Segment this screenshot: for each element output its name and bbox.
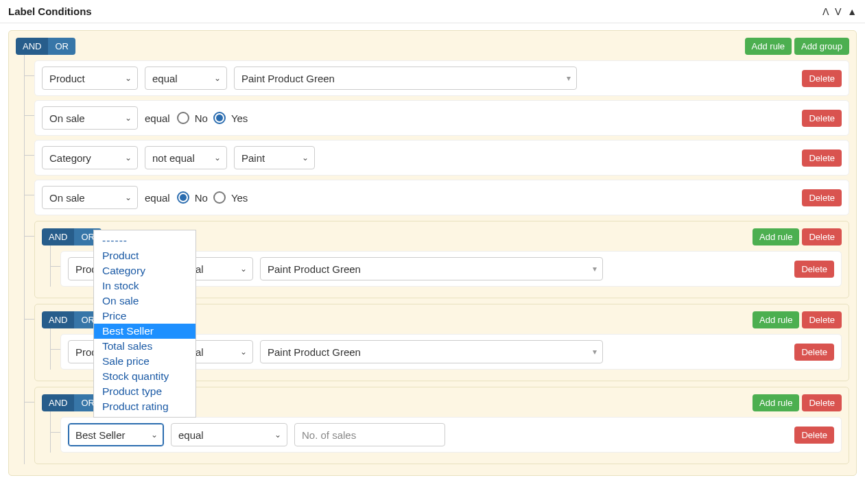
radio-yes-label: Yes (231, 192, 248, 204)
delete-button[interactable]: Delete (802, 70, 842, 87)
radio-no[interactable] (177, 112, 189, 124)
rule-row: On sale ⌄ equal No Yes Delete (34, 100, 849, 136)
dropdown-option[interactable]: On sale (94, 293, 195, 309)
dropdown-option[interactable]: Product (94, 248, 195, 263)
dropdown-option[interactable]: Product rating (94, 399, 195, 414)
delete-button[interactable]: Delete (802, 110, 842, 127)
add-rule-button[interactable]: Add rule (753, 311, 799, 328)
chevron-down-icon: ⌄ (302, 153, 309, 163)
operator-select[interactable]: equal ⌄ (145, 67, 227, 90)
value-input[interactable] (294, 423, 445, 446)
value-select[interactable]: Paint ⌄ (234, 146, 315, 169)
dropdown-option[interactable]: Sale price (94, 354, 195, 369)
radio-no[interactable] (177, 191, 189, 204)
panel-title: Label Conditions (8, 5, 92, 17)
panel-controls: ᐱ ᐯ ▲ (822, 6, 857, 17)
radio-yes[interactable] (213, 191, 226, 204)
chevron-down-icon: ⌄ (240, 264, 247, 274)
value-select[interactable]: Paint Product Green ▾ (260, 340, 603, 363)
delete-group-button[interactable]: Delete (802, 394, 842, 411)
add-group-button[interactable]: Add group (794, 38, 849, 55)
condition-toggle[interactable]: AND OR (42, 228, 102, 245)
operator-text: equal (145, 192, 170, 204)
delete-group-button[interactable]: Delete (802, 311, 842, 328)
delete-button[interactable]: Delete (794, 261, 834, 278)
toggle-icon[interactable]: ▲ (847, 6, 857, 17)
delete-button[interactable]: Delete (802, 149, 842, 167)
chevron-down-icon: ⌄ (214, 73, 221, 83)
chevron-down-icon: ⌄ (125, 193, 132, 202)
chevron-down-icon: ⌄ (274, 430, 281, 440)
chevron-down-icon: ⌄ (125, 113, 132, 123)
dropdown-option[interactable]: Category (94, 263, 195, 278)
dropdown-option[interactable]: Price (94, 309, 195, 324)
radio-yes-label: Yes (231, 112, 248, 124)
or-button[interactable]: OR (48, 38, 75, 55)
chevron-down-icon: ⌄ (240, 347, 247, 357)
delete-button[interactable]: Delete (794, 344, 834, 361)
field-select[interactable]: On sale ⌄ (42, 106, 138, 130)
dropdown-option-dash[interactable]: ------ (94, 233, 195, 248)
delete-group-button[interactable]: Delete (802, 228, 842, 245)
chevron-down-icon: ▾ (593, 347, 597, 357)
condition-toggle[interactable]: AND OR (16, 38, 75, 55)
dropdown-option[interactable]: Stock quantity (94, 369, 195, 384)
condition-toggle[interactable]: AND OR (42, 311, 102, 328)
chevron-down-icon: ⌄ (125, 153, 132, 163)
collapse-up-icon[interactable]: ᐱ (822, 6, 829, 17)
chevron-down-icon: ⌄ (151, 430, 158, 440)
delete-button[interactable]: Delete (802, 189, 842, 206)
value-select[interactable]: Paint Product Green ▾ (234, 67, 577, 90)
field-select[interactable]: Product ⌄ (42, 67, 138, 90)
chevron-down-icon: ⌄ (125, 73, 132, 83)
dropdown-option[interactable]: In stock (94, 278, 195, 293)
delete-button[interactable]: Delete (794, 427, 834, 444)
rule-row: Category ⌄ not equal ⌄ Paint ⌄ Delete (34, 140, 849, 176)
chevron-down-icon: ▾ (567, 73, 571, 83)
and-button[interactable]: AND (42, 311, 74, 328)
root-group: AND OR Add rule Add group Product ⌄ (8, 30, 857, 476)
add-rule-button[interactable]: Add rule (745, 38, 792, 55)
field-select[interactable]: On sale ⌄ (42, 186, 138, 209)
and-button[interactable]: AND (42, 394, 74, 411)
add-rule-button[interactable]: Add rule (753, 228, 799, 245)
condition-toggle[interactable]: AND OR (42, 394, 102, 411)
dropdown-option[interactable]: Product type (94, 384, 195, 399)
field-select[interactable]: Best Seller ⌄ (68, 423, 164, 446)
value-select[interactable]: Paint Product Green ▾ (260, 257, 603, 280)
chevron-down-icon: ▾ (593, 264, 597, 274)
rule-row: On sale ⌄ equal No Yes Delete (34, 180, 849, 215)
rule-row: Product ⌄ equal ⌄ Paint Product Green ▾ (34, 60, 849, 96)
chevron-down-icon: ⌄ (214, 153, 221, 163)
radio-yes[interactable] (213, 112, 226, 124)
nested-group: AND OR Add rule Delete (34, 221, 849, 298)
dropdown-option-highlighted[interactable]: Best Seller (94, 324, 195, 339)
collapse-down-icon[interactable]: ᐯ (835, 6, 842, 17)
operator-select[interactable]: not equal ⌄ (145, 146, 227, 169)
rule-row: Best Seller ⌄ equal ⌄ Del (60, 417, 842, 453)
and-button[interactable]: AND (42, 228, 74, 245)
radio-no-label: No (195, 112, 208, 124)
and-button[interactable]: AND (16, 38, 48, 55)
radio-no-label: No (195, 192, 208, 204)
operator-select[interactable]: equal ⌄ (171, 423, 287, 446)
operator-text: equal (145, 112, 170, 124)
panel-header: Label Conditions ᐱ ᐯ ▲ (0, 0, 865, 23)
field-select[interactable]: Category ⌄ (42, 146, 138, 169)
dropdown-option[interactable]: Total sales (94, 339, 195, 354)
field-dropdown[interactable]: ------ Product Category In stock On sale… (93, 230, 196, 418)
add-rule-button[interactable]: Add rule (753, 394, 799, 411)
